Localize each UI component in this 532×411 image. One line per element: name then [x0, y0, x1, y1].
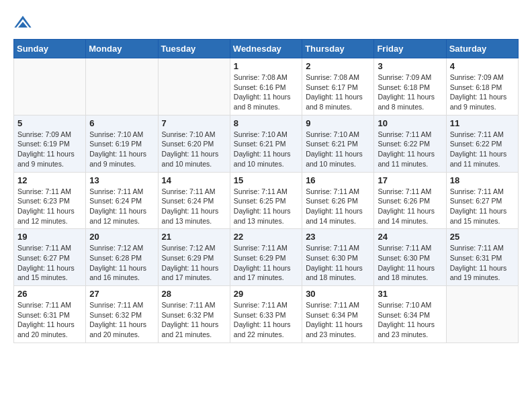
- day-info: Sunrise: 7:10 AM Sunset: 6:21 PM Dayligh…: [234, 130, 298, 169]
- day-number: 15: [234, 175, 298, 185]
- calendar-cell: 20Sunrise: 7:12 AM Sunset: 6:28 PM Dayli…: [86, 229, 158, 286]
- week-row-4: 26Sunrise: 7:11 AM Sunset: 6:31 PM Dayli…: [14, 286, 519, 343]
- calendar-cell: [86, 58, 158, 116]
- day-number: 3: [378, 61, 442, 71]
- day-info: Sunrise: 7:09 AM Sunset: 6:18 PM Dayligh…: [450, 73, 515, 112]
- weekday-header-tuesday: Tuesday: [158, 40, 230, 58]
- day-number: 20: [89, 232, 154, 242]
- day-number: 28: [162, 289, 226, 299]
- calendar-cell: 10Sunrise: 7:11 AM Sunset: 6:22 PM Dayli…: [374, 115, 446, 172]
- weekday-header-sunday: Sunday: [14, 40, 86, 58]
- calendar-cell: 9Sunrise: 7:10 AM Sunset: 6:21 PM Daylig…: [302, 115, 374, 172]
- calendar-cell: 31Sunrise: 7:10 AM Sunset: 6:34 PM Dayli…: [374, 286, 446, 343]
- calendar-cell: 27Sunrise: 7:11 AM Sunset: 6:32 PM Dayli…: [86, 286, 158, 343]
- day-number: 14: [162, 175, 226, 185]
- day-number: 7: [162, 118, 226, 128]
- calendar-cell: 14Sunrise: 7:11 AM Sunset: 6:24 PM Dayli…: [158, 172, 230, 229]
- calendar-cell: 1Sunrise: 7:08 AM Sunset: 6:16 PM Daylig…: [230, 58, 302, 116]
- day-info: Sunrise: 7:11 AM Sunset: 6:25 PM Dayligh…: [234, 187, 298, 226]
- weekday-header-wednesday: Wednesday: [230, 40, 302, 58]
- week-row-2: 12Sunrise: 7:11 AM Sunset: 6:23 PM Dayli…: [14, 172, 519, 229]
- day-info: Sunrise: 7:08 AM Sunset: 6:16 PM Dayligh…: [234, 73, 298, 112]
- calendar-cell: 3Sunrise: 7:09 AM Sunset: 6:18 PM Daylig…: [374, 58, 446, 116]
- calendar-cell: 11Sunrise: 7:11 AM Sunset: 6:22 PM Dayli…: [446, 115, 518, 172]
- day-number: 12: [17, 175, 82, 185]
- day-number: 29: [234, 289, 298, 299]
- calendar-cell: 8Sunrise: 7:10 AM Sunset: 6:21 PM Daylig…: [230, 115, 302, 172]
- weekday-header-saturday: Saturday: [446, 40, 518, 58]
- day-number: 31: [378, 289, 442, 299]
- day-info: Sunrise: 7:11 AM Sunset: 6:23 PM Dayligh…: [17, 187, 82, 226]
- day-info: Sunrise: 7:11 AM Sunset: 6:34 PM Dayligh…: [306, 300, 370, 340]
- day-info: Sunrise: 7:11 AM Sunset: 6:31 PM Dayligh…: [450, 243, 515, 283]
- calendar-cell: [14, 58, 86, 116]
- calendar-cell: 15Sunrise: 7:11 AM Sunset: 6:25 PM Dayli…: [230, 172, 302, 229]
- day-number: 1: [234, 61, 298, 71]
- day-info: Sunrise: 7:11 AM Sunset: 6:32 PM Dayligh…: [162, 300, 226, 340]
- day-info: Sunrise: 7:09 AM Sunset: 6:18 PM Dayligh…: [378, 73, 442, 112]
- day-number: 17: [378, 175, 442, 185]
- week-row-1: 5Sunrise: 7:09 AM Sunset: 6:19 PM Daylig…: [14, 115, 519, 172]
- calendar-cell: 2Sunrise: 7:08 AM Sunset: 6:17 PM Daylig…: [302, 58, 374, 116]
- day-number: 16: [306, 175, 370, 185]
- calendar-cell: 4Sunrise: 7:09 AM Sunset: 6:18 PM Daylig…: [446, 58, 518, 116]
- day-number: 5: [17, 118, 82, 128]
- day-number: 23: [306, 232, 370, 242]
- day-info: Sunrise: 7:11 AM Sunset: 6:27 PM Dayligh…: [17, 243, 82, 283]
- calendar-cell: 23Sunrise: 7:11 AM Sunset: 6:30 PM Dayli…: [302, 229, 374, 286]
- calendar-cell: [158, 58, 230, 116]
- day-number: 13: [89, 175, 154, 185]
- calendar-cell: 29Sunrise: 7:11 AM Sunset: 6:33 PM Dayli…: [230, 286, 302, 343]
- calendar-cell: 24Sunrise: 7:11 AM Sunset: 6:30 PM Dayli…: [374, 229, 446, 286]
- day-info: Sunrise: 7:11 AM Sunset: 6:32 PM Dayligh…: [89, 300, 154, 340]
- day-info: Sunrise: 7:11 AM Sunset: 6:22 PM Dayligh…: [450, 130, 515, 169]
- calendar-cell: 6Sunrise: 7:10 AM Sunset: 6:19 PM Daylig…: [86, 115, 158, 172]
- page-header: [13, 13, 519, 32]
- calendar-cell: 12Sunrise: 7:11 AM Sunset: 6:23 PM Dayli…: [14, 172, 86, 229]
- weekday-header-thursday: Thursday: [302, 40, 374, 58]
- day-number: 22: [234, 232, 298, 242]
- calendar-cell: 13Sunrise: 7:11 AM Sunset: 6:24 PM Dayli…: [86, 172, 158, 229]
- day-info: Sunrise: 7:12 AM Sunset: 6:29 PM Dayligh…: [162, 243, 226, 283]
- day-info: Sunrise: 7:11 AM Sunset: 6:30 PM Dayligh…: [306, 243, 370, 283]
- day-info: Sunrise: 7:11 AM Sunset: 6:31 PM Dayligh…: [17, 300, 82, 340]
- calendar-cell: 5Sunrise: 7:09 AM Sunset: 6:19 PM Daylig…: [14, 115, 86, 172]
- day-number: 11: [450, 118, 515, 128]
- day-info: Sunrise: 7:10 AM Sunset: 6:21 PM Dayligh…: [306, 130, 370, 169]
- calendar-cell: 19Sunrise: 7:11 AM Sunset: 6:27 PM Dayli…: [14, 229, 86, 286]
- day-number: 30: [306, 289, 370, 299]
- day-number: 6: [89, 118, 154, 128]
- day-info: Sunrise: 7:11 AM Sunset: 6:26 PM Dayligh…: [306, 187, 370, 226]
- day-info: Sunrise: 7:11 AM Sunset: 6:30 PM Dayligh…: [378, 243, 442, 283]
- calendar-cell: 18Sunrise: 7:11 AM Sunset: 6:27 PM Dayli…: [446, 172, 518, 229]
- week-row-0: 1Sunrise: 7:08 AM Sunset: 6:16 PM Daylig…: [14, 58, 519, 116]
- calendar-cell: 28Sunrise: 7:11 AM Sunset: 6:32 PM Dayli…: [158, 286, 230, 343]
- calendar-cell: 7Sunrise: 7:10 AM Sunset: 6:20 PM Daylig…: [158, 115, 230, 172]
- day-number: 10: [378, 118, 442, 128]
- calendar-cell: 30Sunrise: 7:11 AM Sunset: 6:34 PM Dayli…: [302, 286, 374, 343]
- calendar-cell: 16Sunrise: 7:11 AM Sunset: 6:26 PM Dayli…: [302, 172, 374, 229]
- day-info: Sunrise: 7:12 AM Sunset: 6:28 PM Dayligh…: [89, 243, 154, 283]
- logo-icon: [13, 13, 32, 32]
- day-number: 2: [306, 61, 370, 71]
- day-info: Sunrise: 7:11 AM Sunset: 6:24 PM Dayligh…: [89, 187, 154, 226]
- day-number: 27: [89, 289, 154, 299]
- calendar-cell: [446, 286, 518, 343]
- day-number: 8: [234, 118, 298, 128]
- weekday-header-friday: Friday: [374, 40, 446, 58]
- weekday-header-monday: Monday: [86, 40, 158, 58]
- day-number: 26: [17, 289, 82, 299]
- day-number: 9: [306, 118, 370, 128]
- day-info: Sunrise: 7:08 AM Sunset: 6:17 PM Dayligh…: [306, 73, 370, 112]
- day-number: 4: [450, 61, 515, 71]
- day-info: Sunrise: 7:09 AM Sunset: 6:19 PM Dayligh…: [17, 130, 82, 169]
- calendar-table: SundayMondayTuesdayWednesdayThursdayFrid…: [13, 39, 519, 343]
- day-number: 24: [378, 232, 442, 242]
- day-info: Sunrise: 7:11 AM Sunset: 6:27 PM Dayligh…: [450, 187, 515, 226]
- day-number: 18: [450, 175, 515, 185]
- calendar-cell: 25Sunrise: 7:11 AM Sunset: 6:31 PM Dayli…: [446, 229, 518, 286]
- day-info: Sunrise: 7:10 AM Sunset: 6:19 PM Dayligh…: [89, 130, 154, 169]
- calendar-cell: 17Sunrise: 7:11 AM Sunset: 6:26 PM Dayli…: [374, 172, 446, 229]
- calendar-cell: 26Sunrise: 7:11 AM Sunset: 6:31 PM Dayli…: [14, 286, 86, 343]
- day-info: Sunrise: 7:11 AM Sunset: 6:33 PM Dayligh…: [234, 300, 298, 340]
